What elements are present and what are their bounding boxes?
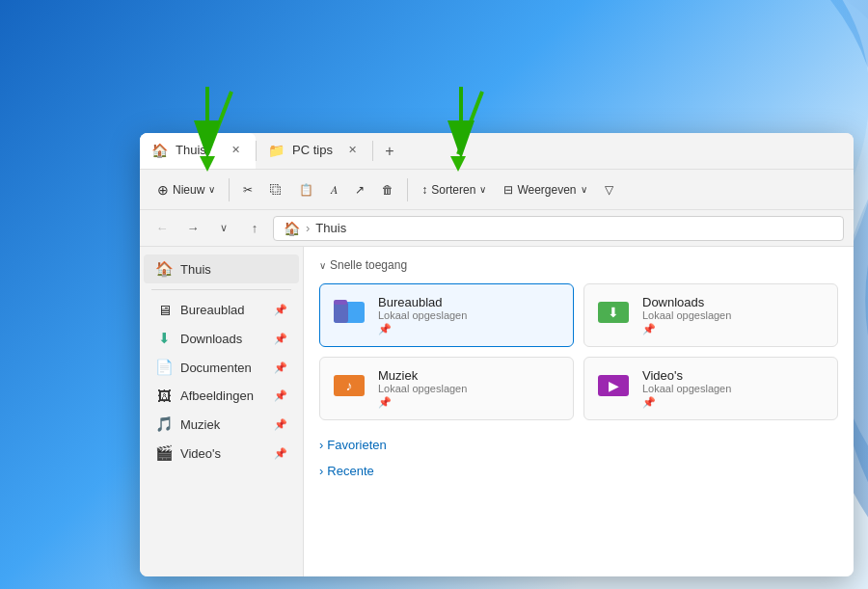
delete-icon: 🗑 xyxy=(382,183,393,197)
folder-card-videos[interactable]: ▶ Video's Lokaal opgeslagen 📌 xyxy=(583,357,838,420)
folder-downloads-icon: ⬇ xyxy=(596,294,631,336)
sidebar-item-muziek[interactable]: 🎵 Muziek 📌 xyxy=(144,410,299,439)
link-favorieten-label: Favorieten xyxy=(327,438,386,452)
sidebar-item-thuis[interactable]: 🏠 Thuis xyxy=(144,254,299,283)
new-chevron-icon: ∨ xyxy=(208,184,215,195)
sidebar-item-videos[interactable]: 🎬 Video's 📌 xyxy=(144,439,299,468)
quick-access-chevron-icon: ∨ xyxy=(319,260,326,271)
explorer-window: 🏠 Thuis ✕ 📁 PC tips ✕ + ⊕ Nieuw ∨ ✂ ⿻ 📋 xyxy=(140,133,854,576)
sort-label: Sorteren xyxy=(431,183,475,197)
history-button[interactable]: ∨ xyxy=(211,216,236,241)
content-panel: ∨ Snelle toegang Bureaublad Lokaal opges… xyxy=(304,247,854,576)
address-separator: › xyxy=(306,221,310,235)
folder-downloads-name: Downloads xyxy=(642,295,731,309)
folder-muziek-info: Muziek Lokaal opgeslagen 📌 xyxy=(378,368,467,409)
sidebar-item-downloads[interactable]: ⬇ Downloads 📌 xyxy=(144,324,299,353)
quick-access-header: ∨ Snelle toegang xyxy=(319,258,838,272)
forward-icon: → xyxy=(187,221,200,235)
link-recente[interactable]: › Recente xyxy=(319,462,838,480)
sidebar-downloads-icon: ⬇ xyxy=(155,330,173,347)
sidebar-documents-icon: 📄 xyxy=(155,359,173,376)
svg-rect-6 xyxy=(334,300,347,305)
folder-bureaublad-info: Bureaublad Lokaal opgeslagen 📌 xyxy=(378,295,467,335)
sidebar-item-afbeeldingen[interactable]: 🖼 Afbeeldingen 📌 xyxy=(144,382,299,410)
folder-bureaublad-name: Bureaublad xyxy=(378,295,467,309)
link-favorieten-chevron-icon: › xyxy=(319,438,323,452)
folder-grid: Bureaublad Lokaal opgeslagen 📌 ⬇ Downloa… xyxy=(319,283,838,420)
history-icon: ∨ xyxy=(220,222,228,234)
svg-line-2 xyxy=(458,92,482,154)
paste-icon: 📋 xyxy=(299,183,313,197)
svg-text:⬇: ⬇ xyxy=(608,305,619,320)
copy-icon: ⿻ xyxy=(270,183,282,197)
address-path: Thuis xyxy=(315,221,346,235)
sidebar-desktop-icon: 🖥 xyxy=(155,302,173,318)
folder-bureaublad-sub: Lokaal opgeslagen xyxy=(378,309,467,321)
share-icon: ↗ xyxy=(355,183,365,197)
link-recente-chevron-icon: › xyxy=(319,464,323,478)
address-home-icon: 🏠 xyxy=(284,221,300,236)
svg-marker-3 xyxy=(450,156,466,172)
folder-bureaublad-icon xyxy=(332,294,366,336)
sidebar-muziek-label: Muziek xyxy=(180,417,220,432)
svg-line-0 xyxy=(207,92,231,154)
svg-marker-1 xyxy=(200,156,215,172)
sidebar-downloads-label: Downloads xyxy=(180,332,242,346)
up-button[interactable]: ↑ xyxy=(242,216,267,241)
folder-muziek-sub: Lokaal opgeslagen xyxy=(378,383,467,394)
sidebar-documenten-label: Documenten xyxy=(180,361,252,375)
up-icon: ↑ xyxy=(252,221,258,235)
folder-card-downloads[interactable]: ⬇ Downloads Lokaal opgeslagen 📌 xyxy=(583,283,838,347)
new-icon: ⊕ xyxy=(157,182,169,198)
svg-text:♪: ♪ xyxy=(346,378,353,393)
nav-bar: ← → ∨ ↑ 🏠 › Thuis xyxy=(140,210,854,247)
sidebar-muziek-pin-icon: 📌 xyxy=(274,418,287,431)
folder-bureaublad-pin-icon: 📌 xyxy=(378,323,467,335)
link-recente-label: Recente xyxy=(327,464,373,478)
sidebar-documenten-pin-icon: 📌 xyxy=(274,361,287,374)
sidebar-videos-label: Video's xyxy=(180,446,221,461)
view-chevron-icon: ∨ xyxy=(581,184,587,195)
sidebar: 🏠 Thuis 🖥 Bureaublad 📌 ⬇ Downloads 📌 📄 D… xyxy=(140,247,304,576)
sidebar-videos-icon: 🎬 xyxy=(155,444,173,462)
address-bar[interactable]: 🏠 › Thuis xyxy=(273,216,844,241)
folder-videos-name: Video's xyxy=(642,368,731,383)
cut-icon: ✂ xyxy=(243,183,253,197)
folder-downloads-sub: Lokaal opgeslagen xyxy=(642,309,731,321)
sidebar-bureaublad-label: Bureaublad xyxy=(180,303,245,317)
folder-downloads-pin-icon: 📌 xyxy=(642,323,731,335)
sidebar-bureaublad-pin-icon: 📌 xyxy=(274,304,287,316)
svg-text:▶: ▶ xyxy=(609,378,619,393)
rename-icon: 𝐴 xyxy=(331,183,338,197)
sidebar-videos-pin-icon: 📌 xyxy=(274,447,287,460)
folder-muziek-name: Muziek xyxy=(378,368,467,383)
quick-access-label: Snelle toegang xyxy=(330,258,407,272)
sidebar-home-icon: 🏠 xyxy=(155,260,173,278)
view-icon: ⊟ xyxy=(503,183,513,197)
folder-downloads-info: Downloads Lokaal opgeslagen 📌 xyxy=(642,295,731,335)
sort-icon: ↕ xyxy=(421,183,427,197)
folder-card-bureaublad[interactable]: Bureaublad Lokaal opgeslagen 📌 xyxy=(319,283,574,347)
sidebar-item-documenten[interactable]: 📄 Documenten 📌 xyxy=(144,353,299,382)
new-label: Nieuw xyxy=(173,183,204,197)
folder-card-muziek[interactable]: ♪ Muziek Lokaal opgeslagen 📌 xyxy=(319,357,574,420)
view-label: Weergeven xyxy=(517,183,576,197)
sidebar-afbeeldingen-label: Afbeeldingen xyxy=(180,388,254,403)
back-button[interactable]: ← xyxy=(149,216,175,241)
sidebar-thuis-label: Thuis xyxy=(180,262,211,277)
sidebar-pictures-icon: 🖼 xyxy=(155,388,173,404)
main-content: 🏠 Thuis 🖥 Bureaublad 📌 ⬇ Downloads 📌 📄 D… xyxy=(140,247,854,576)
sort-chevron-icon: ∨ xyxy=(479,184,486,195)
back-icon: ← xyxy=(156,221,169,235)
sidebar-divider xyxy=(151,289,291,290)
sidebar-afbeeldingen-pin-icon: 📌 xyxy=(274,389,287,402)
folder-videos-info: Video's Lokaal opgeslagen 📌 xyxy=(642,368,731,409)
forward-button[interactable]: → xyxy=(180,216,205,241)
annotation-arrows xyxy=(140,87,854,183)
link-favorieten[interactable]: › Favorieten xyxy=(319,436,838,454)
sidebar-item-bureaublad[interactable]: 🖥 Bureaublad 📌 xyxy=(144,296,299,324)
svg-rect-5 xyxy=(334,302,348,323)
sidebar-downloads-pin-icon: 📌 xyxy=(274,333,287,345)
sidebar-music-icon: 🎵 xyxy=(155,415,173,433)
filter-icon: ▽ xyxy=(605,183,613,197)
